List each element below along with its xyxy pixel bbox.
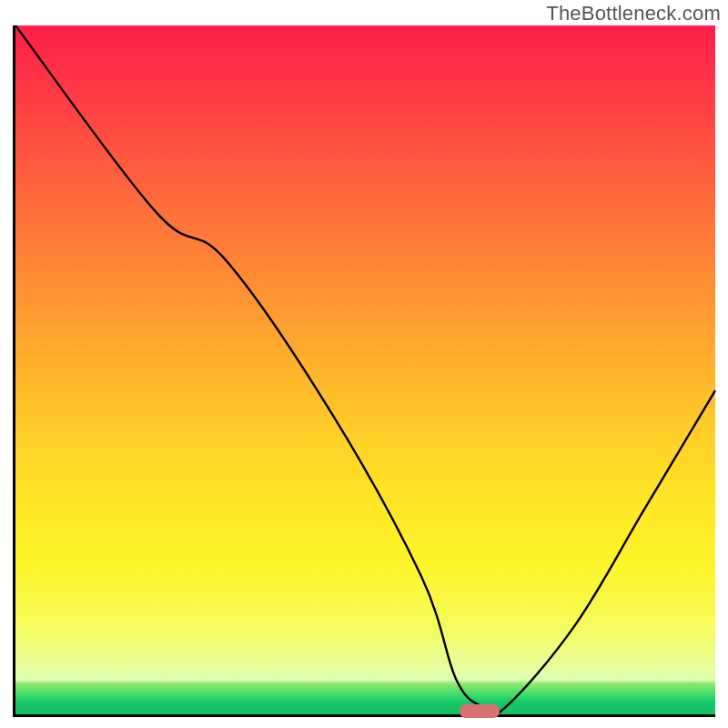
optimal-marker — [460, 704, 500, 718]
watermark-text: TheBottleneck.com — [546, 2, 721, 25]
bottleneck-curve — [15, 25, 715, 714]
chart-container: TheBottleneck.com — [0, 0, 728, 728]
plot-area — [13, 25, 715, 717]
